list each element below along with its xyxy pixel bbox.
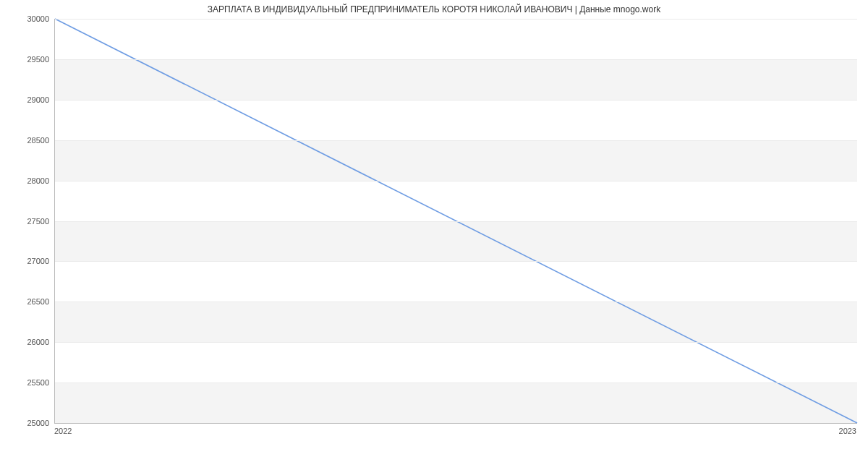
y-tick-label: 29500 <box>6 55 49 64</box>
gridline <box>55 302 857 302</box>
x-tick-label: 2023 <box>839 427 856 435</box>
gridline <box>55 59 857 60</box>
gridline <box>55 383 857 383</box>
y-tick-label: 25000 <box>6 419 49 427</box>
gridline <box>55 140 857 141</box>
gridline <box>55 19 857 20</box>
chart-title: ЗАРПЛАТА В ИНДИВИДУАЛЬНЫЙ ПРЕДПРИНИМАТЕЛ… <box>0 4 868 14</box>
x-tick-label: 2022 <box>54 427 72 435</box>
y-tick-label: 25500 <box>6 378 49 387</box>
y-tick-label: 28500 <box>6 136 49 145</box>
y-tick-label: 27000 <box>6 257 49 265</box>
gridline <box>55 221 857 222</box>
y-tick-label: 29000 <box>6 95 49 104</box>
gridline <box>55 261 857 262</box>
y-tick-label: 30000 <box>6 14 49 23</box>
gridline <box>55 342 857 343</box>
salary-chart: ЗАРПЛАТА В ИНДИВИДУАЛЬНЫЙ ПРЕДПРИНИМАТЕЛ… <box>0 0 868 470</box>
y-tick-label: 28000 <box>6 176 49 185</box>
y-tick-label: 26000 <box>6 338 49 346</box>
gridline <box>55 100 857 101</box>
plot-area <box>54 19 857 424</box>
gridline <box>55 181 857 181</box>
y-tick-label: 27500 <box>6 217 49 226</box>
y-tick-label: 26500 <box>6 297 49 306</box>
